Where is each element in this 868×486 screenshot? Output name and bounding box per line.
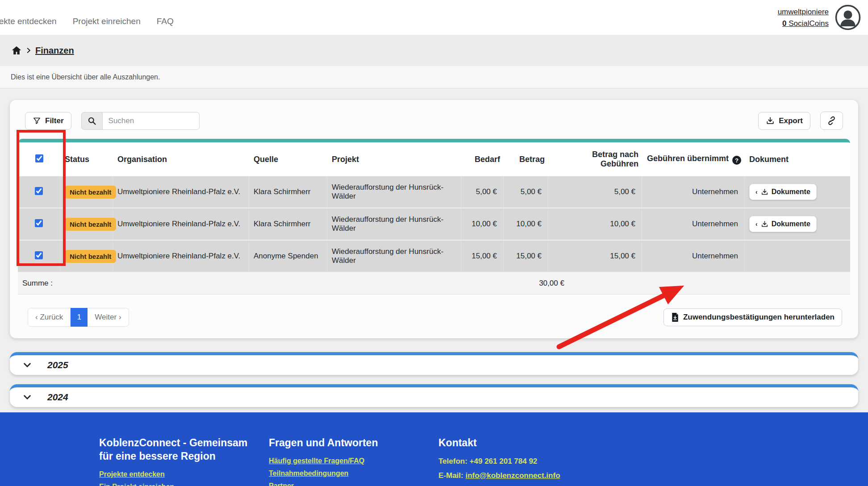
cell-quelle: Klara Schirmherr	[249, 176, 327, 208]
status-badge: Nicht bezahlt	[65, 250, 116, 263]
help-icon[interactable]: ?	[732, 156, 741, 165]
chevron-down-icon	[22, 392, 32, 402]
search-icon	[88, 116, 96, 125]
search-addon	[81, 112, 102, 130]
header-betrag: Betrag	[504, 142, 548, 176]
search-group	[81, 112, 200, 130]
cell-projekt: Wiederaufforstung der Hunsrück-Wälder	[327, 176, 461, 208]
footer-link-projekt-einreichen[interactable]: Ein Projekt einreichen	[99, 483, 269, 486]
main-content: Filter Export	[0, 88, 868, 407]
header-dokument: Dokument	[745, 142, 850, 176]
top-navigation-bar: Projekte entdecken Projekt einreichen FA…	[0, 0, 868, 35]
payouts-table: Status Organisation Quelle Projekt Bedar…	[18, 139, 850, 295]
cell-quelle: Klara Schirmherr	[249, 208, 327, 241]
cell-betrag-nach-gebuehren: 15,00 €	[548, 241, 642, 273]
footer-col-kontakt: Kontakt Telefon: +49 261 201 784 92 E-Ma…	[438, 436, 560, 486]
pagination-next-button[interactable]: Weiter ›	[88, 308, 129, 327]
row-checkbox[interactable]	[35, 219, 43, 227]
footer-link-teilnahmebedingungen[interactable]: Teilnahmebedingungen	[269, 469, 438, 478]
row-checkbox[interactable]	[35, 187, 43, 195]
footer-link-partner[interactable]: Partner	[269, 482, 438, 486]
footer-col-faq: Fragen und Antworten Häufig gestellte Fr…	[269, 436, 438, 486]
socialcoins-value: 0	[782, 19, 786, 28]
caret-left-icon: ‹	[755, 221, 758, 227]
cell-quelle: Anonyme Spenden	[249, 241, 327, 273]
status-badge: Nicht bezahlt	[65, 218, 116, 231]
footer-link-projekte-entdecken[interactable]: Projekte entdecken	[99, 470, 269, 478]
footer-phone: Telefon: +49 261 201 784 92	[438, 457, 560, 466]
dokumente-button[interactable]: ‹Dokumente	[749, 184, 817, 200]
cell-betrag: 10,00 €	[504, 208, 548, 241]
nav-item-projekte-entdecken[interactable]: Projekte entdecken	[0, 17, 57, 26]
payouts-card: Filter Export	[10, 100, 858, 338]
pagination: ‹ Zurück 1 Weiter ›	[28, 308, 129, 327]
table-row: Nicht bezahlt Umweltpioniere Rheinland-P…	[18, 176, 850, 208]
header-betrag-nach-gebuehren: Betrag nach Gebühren	[548, 142, 642, 176]
year-label: 2025	[47, 360, 68, 370]
download-confirmations-button[interactable]: Zuwendungsbestätigungen herunterladen	[664, 308, 842, 326]
cell-organisation: Umweltpioniere Rheinland-Pfalz e.V.	[113, 241, 249, 273]
select-all-checkbox[interactable]	[35, 154, 43, 162]
copy-link-button[interactable]	[820, 112, 843, 130]
user-avatar-icon[interactable]	[835, 4, 861, 30]
export-button[interactable]: Export	[758, 112, 810, 130]
dokumente-button-label: Dokumente	[772, 188, 810, 196]
download-icon	[761, 220, 768, 228]
page: Projekte entdecken Projekt einreichen FA…	[0, 0, 868, 486]
sum-total: 30,00 €	[461, 273, 642, 295]
footer: KoblenzConnect - Gemeinsam für eine bess…	[0, 412, 868, 486]
footer-kontakt-title: Kontakt	[438, 436, 560, 450]
cell-gebuehren-uebernimmt: Unternehmen	[642, 176, 745, 208]
user-info: umweltpioniere 0 SocialCoins	[778, 6, 829, 30]
sum-label: Summe :	[18, 273, 60, 295]
year-section-2024[interactable]: 2024	[10, 384, 858, 407]
header-gebuehren-uebernimmt: Gebühren übernimmt?	[642, 142, 745, 176]
pagination-prev-button[interactable]: ‹ Zurück	[28, 308, 71, 327]
nav-item-projekt-einreichen[interactable]: Projekt einreichen	[73, 17, 141, 26]
download-confirmations-label: Zuwendungsbestätigungen herunterladen	[683, 313, 835, 322]
table-toolbar: Filter Export	[18, 108, 850, 132]
nav-item-faq[interactable]: FAQ	[157, 17, 174, 26]
year-section-2025[interactable]: 2025	[10, 352, 858, 375]
username-link[interactable]: umweltpioniere	[778, 8, 829, 16]
header-quelle: Quelle	[249, 142, 327, 176]
caret-left-icon: ‹	[755, 189, 758, 195]
card-footer: ‹ Zurück 1 Weiter › Zuwendungsbestätigun…	[18, 308, 850, 327]
sum-row: Summe : 30,00 €	[18, 273, 850, 295]
cell-gebuehren-uebernimmt: Unternehmen	[642, 241, 745, 273]
file-download-icon	[671, 313, 679, 322]
footer-link-faq[interactable]: Häufig gestellte Fragen/FAQ	[269, 457, 438, 465]
socialcoins-label: SocialCoins	[787, 19, 829, 28]
header-organisation: Organisation	[113, 142, 249, 176]
cell-betrag: 5,00 €	[504, 176, 548, 208]
pagination-page-1[interactable]: 1	[71, 308, 88, 327]
cell-projekt: Wiederaufforstung der Hunsrück-Wälder	[327, 241, 461, 273]
chevron-down-icon	[22, 360, 32, 370]
header-bedarf: Bedarf	[461, 142, 504, 176]
main-nav: Projekte entdecken Projekt einreichen FA…	[0, 17, 174, 26]
link-icon	[827, 116, 836, 125]
dokumente-button[interactable]: ‹Dokumente	[749, 216, 817, 232]
cell-betrag: 15,00 €	[504, 241, 548, 273]
socialcoins-link[interactable]: 0 SocialCoins	[782, 19, 829, 28]
table-row: Nicht bezahlt Umweltpioniere Rheinland-P…	[18, 241, 850, 273]
footer-faq-title: Fragen und Antworten	[269, 436, 438, 450]
dokumente-button-label: Dokumente	[772, 220, 810, 228]
breadcrumb: Finanzen	[0, 35, 868, 66]
search-input[interactable]	[102, 112, 200, 130]
status-badge: Nicht bezahlt	[65, 186, 116, 199]
cell-organisation: Umweltpioniere Rheinland-Pfalz e.V.	[113, 176, 249, 208]
cell-betrag-nach-gebuehren: 5,00 €	[548, 176, 642, 208]
row-checkbox[interactable]	[35, 251, 43, 259]
home-icon[interactable]	[11, 45, 22, 56]
footer-email: E-Mail: info@koblenzconnect.info	[438, 471, 560, 480]
cell-projekt: Wiederaufforstung der Hunsrück-Wälder	[327, 208, 461, 241]
header-status: Status	[60, 142, 113, 176]
footer-title: KoblenzConnect - Gemeinsam für eine bess…	[99, 436, 251, 463]
filter-button-label: Filter	[45, 116, 64, 125]
footer-email-link[interactable]: info@koblenzconnect.info	[465, 471, 560, 480]
filter-button[interactable]: Filter	[25, 112, 71, 130]
breadcrumb-finanzen-link[interactable]: Finanzen	[35, 46, 74, 56]
cell-bedarf: 10,00 €	[461, 208, 504, 241]
page-description: Dies ist eine Übersicht über alle Auszah…	[0, 66, 868, 88]
